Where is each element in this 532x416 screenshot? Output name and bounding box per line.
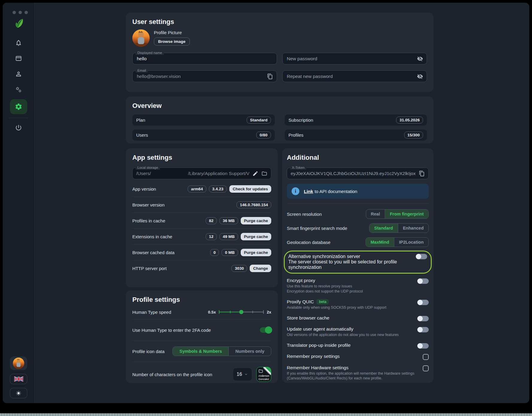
- check-updates-button[interactable]: Check for updates: [229, 185, 271, 193]
- segment-maxmind[interactable]: MaxMind: [366, 238, 394, 247]
- http-port-row: HTTP server port 3030 Change: [132, 260, 271, 276]
- overview-card: Overview Plan Standard Subscription 31.0…: [126, 97, 434, 144]
- encrypt-proxy-toggle[interactable]: [417, 278, 429, 284]
- profile-settings-card: Profile settings Human Type speed 0.5x: [126, 290, 278, 383]
- segment-real[interactable]: Real: [366, 209, 385, 218]
- window-dot[interactable]: [13, 11, 16, 14]
- user-settings-title: User settings: [132, 18, 427, 26]
- browser-cache-row: Browser cached data 0 0 MB Purge cache: [132, 244, 271, 260]
- language-flag-uk-button[interactable]: [10, 374, 27, 384]
- plan-badge: Standard: [247, 117, 271, 123]
- edit-pencil-icon[interactable]: [252, 171, 258, 177]
- human-type-2fa-toggle[interactable]: [260, 327, 271, 333]
- eye-off-icon[interactable]: [417, 56, 423, 62]
- window-dot[interactable]: [19, 11, 22, 14]
- sun-icon: [16, 391, 21, 396]
- email-label: Email: [136, 68, 148, 73]
- geo-db-label: Geolocation database: [287, 240, 331, 245]
- displayed-name-field-wrap: Displayed name: [132, 53, 277, 64]
- profiles-cache-size: 36 MB: [219, 217, 238, 224]
- profile-person-icon[interactable]: [10, 66, 27, 82]
- screen-resolution-row: Screen resolution Real From fingerprint: [287, 209, 429, 219]
- extensions-cache-size: 49 MB: [219, 233, 238, 240]
- browser-cache-count: 0: [210, 249, 219, 256]
- new-password-field-wrap: [282, 53, 427, 64]
- segment-enhanced[interactable]: Enhanced: [398, 224, 428, 233]
- profiles-cache-count: 82: [206, 217, 217, 224]
- divider: [287, 204, 429, 204]
- api-doc-link[interactable]: Link: [304, 189, 313, 194]
- update-ua-toggle[interactable]: [417, 327, 429, 332]
- browser-window-icon[interactable]: [10, 51, 27, 66]
- segment-ip2location[interactable]: IP2Location: [394, 238, 428, 247]
- http-port-label: HTTP server port: [132, 266, 231, 271]
- remember-proxy-checkbox[interactable]: [423, 354, 429, 360]
- uk-flag-icon: [14, 376, 23, 382]
- encrypt-proxy-subtitle-2: Encryption does not support the UDP prot…: [287, 289, 363, 294]
- corner-fold: [263, 367, 271, 375]
- new-password-input[interactable]: [286, 56, 414, 62]
- purge-extensions-cache-button[interactable]: Purge cache: [241, 233, 271, 240]
- profile-icon-preview: Anderson Gonzalez: [256, 367, 271, 382]
- window-dot[interactable]: [25, 11, 28, 14]
- app-version-label: App version: [132, 186, 188, 192]
- eye-off-icon[interactable]: [417, 73, 423, 79]
- slider-thumb[interactable]: [239, 310, 243, 314]
- copy-icon[interactable]: [267, 73, 273, 79]
- sidebar: [3, 3, 35, 403]
- remember-hardware-subtitle: If you enable this option, the applicati…: [287, 371, 419, 381]
- screen-bottom-strip: [0, 413, 532, 416]
- repeat-password-input[interactable]: [286, 73, 414, 79]
- translator-toggle[interactable]: [417, 343, 429, 349]
- chars-count-select[interactable]: 16: [233, 368, 252, 381]
- displayed-name-input[interactable]: [136, 56, 273, 62]
- subscription-badge: 31.05.2026: [396, 117, 423, 123]
- alt-sync-label: Alternative synchronization server: [288, 254, 416, 259]
- store-cache-row: Store browser cache: [287, 315, 429, 321]
- automation-gears-icon[interactable]: [10, 82, 27, 97]
- app-settings-title: App settings: [132, 154, 271, 162]
- email-field-wrap: Email: [132, 70, 277, 82]
- theme-sun-button[interactable]: [10, 388, 27, 398]
- x-token-label: X-Token: [290, 165, 306, 170]
- profiles-badge: 15/300: [404, 132, 423, 138]
- change-port-button[interactable]: Change: [250, 265, 271, 272]
- local-storage-field: Local storage /Users/ /Library/Applicati…: [132, 168, 271, 179]
- purge-browser-cache-button[interactable]: Purge cache: [241, 249, 271, 256]
- copy-icon[interactable]: [419, 171, 425, 177]
- x-token-value: eyJ0eXAiOiJKV1QiLCJhbGciOiJIUzI1NiJ9.eyJ…: [291, 171, 416, 176]
- browser-cache-size: 0 MB: [222, 249, 238, 256]
- segment-from-fingerprint[interactable]: From fingerprint: [385, 209, 428, 218]
- email-input[interactable]: [136, 73, 264, 79]
- notifications-bell-icon[interactable]: [10, 35, 27, 51]
- segment-standard[interactable]: Standard: [369, 224, 398, 233]
- power-icon[interactable]: [10, 120, 27, 135]
- beta-badge: beta: [316, 299, 329, 305]
- profile-picture-label: Profile Picture: [154, 30, 190, 35]
- segment-symbols-numbers[interactable]: Symbols & Numbers: [173, 347, 228, 356]
- proxify-quic-toggle[interactable]: [417, 300, 429, 305]
- human-type-speed-slider[interactable]: 0.5x 2x: [208, 310, 271, 314]
- browse-image-button[interactable]: Browse image: [154, 37, 190, 46]
- folder-icon[interactable]: [261, 171, 267, 177]
- additional-title: Additional: [287, 154, 429, 162]
- human-type-speed-label: Human Type speed: [132, 310, 171, 315]
- segment-numbers-only[interactable]: Numbers only: [228, 347, 271, 356]
- user-avatar-button[interactable]: [10, 356, 27, 370]
- proxify-quic-row: Proxify QUIC beta Available only when us…: [287, 299, 429, 310]
- repeat-password-field-wrap: [282, 70, 427, 82]
- traffic-light-dots[interactable]: [13, 11, 28, 14]
- overview-title: Overview: [132, 102, 427, 110]
- alt-sync-toggle[interactable]: [416, 254, 427, 259]
- geo-db-row: Geolocation database MaxMind IP2Location: [287, 237, 429, 247]
- folder-icon: [258, 369, 263, 375]
- purge-profiles-cache-button[interactable]: Purge cache: [241, 217, 271, 224]
- settings-gear-icon-active[interactable]: [10, 99, 27, 114]
- remember-hardware-checkbox[interactable]: [423, 365, 429, 371]
- store-cache-toggle[interactable]: [417, 316, 429, 321]
- alt-sync-subtitle: The server closest to you will be select…: [288, 259, 416, 270]
- x-token-field: X-Token eyJ0eXAiOiJKV1QiLCJhbGciOiJIUzI1…: [287, 168, 429, 179]
- profile-picture[interactable]: [132, 29, 150, 47]
- profile-icon-data-label: Profile icon data: [132, 349, 165, 354]
- api-doc-banner: i Linkto API documentation: [287, 184, 429, 199]
